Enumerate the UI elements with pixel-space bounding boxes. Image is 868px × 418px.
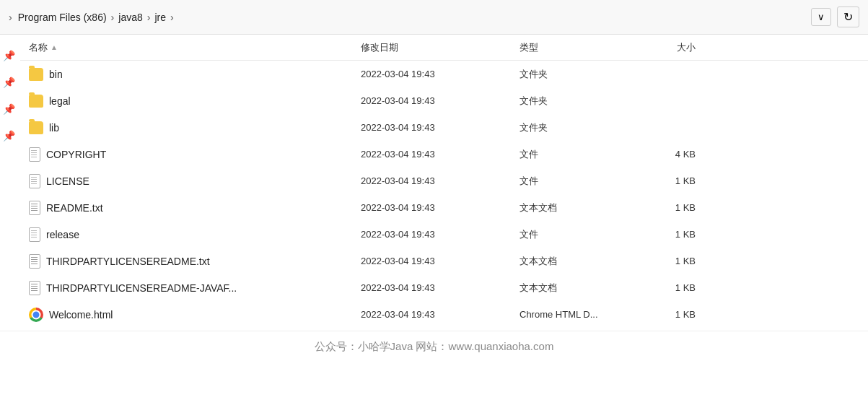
file-size: 4 KB	[635, 149, 707, 160]
pin-icon-3[interactable]: 📌	[0, 95, 17, 122]
pin-icon-4[interactable]: 📌	[0, 122, 17, 149]
table-row[interactable]: LICENSE 2022-03-04 19:43 文件 1 KB	[20, 167, 868, 194]
textfile-icon	[29, 254, 40, 269]
file-name-label: LICENSE	[46, 175, 89, 187]
breadcrumb-bar: › Program Files (x86) › java8 › jre › ∨ …	[0, 0, 868, 35]
file-date: 2022-03-04 19:43	[361, 149, 520, 160]
file-date: 2022-03-04 19:43	[361, 202, 520, 213]
table-row[interactable]: release 2022-03-04 19:43 文件 1 KB	[20, 221, 868, 248]
textfile-icon	[29, 201, 40, 215]
table-row[interactable]: lib 2022-03-04 19:43 文件夹	[20, 114, 868, 141]
file-name-label: COPYRIGHT	[46, 149, 106, 160]
pin-column: 📌 📌 📌 📌	[0, 35, 20, 328]
file-date: 2022-03-04 19:43	[361, 69, 520, 79]
file-name-label: Welcome.html	[49, 309, 113, 321]
folder-icon	[29, 95, 43, 108]
table-row[interactable]: legal 2022-03-04 19:43 文件夹	[20, 87, 868, 114]
file-list-area: 名称 ▲ 修改日期 类型 大小 bin 2022-03-04 19:43 文件夹…	[20, 35, 868, 328]
table-row[interactable]: THIRDPARTYLICENSEREADME-JAVAF... 2022-03…	[20, 274, 868, 301]
file-name: THIRDPARTYLICENSEREADME.txt	[29, 254, 361, 269]
breadcrumb-dropdown-button[interactable]: ∨	[811, 8, 831, 26]
textfile-icon	[29, 281, 40, 295]
table-row[interactable]: THIRDPARTYLICENSEREADME.txt 2022-03-04 1…	[20, 248, 868, 274]
file-name: COPYRIGHT	[29, 147, 361, 162]
file-date: 2022-03-04 19:43	[361, 256, 520, 266]
file-name-label: lib	[49, 122, 59, 134]
file-size: 1 KB	[635, 256, 707, 266]
file-type: 文件夹	[520, 121, 635, 134]
breadcrumb-item-program-files[interactable]: Program Files (x86)	[18, 12, 107, 23]
file-name-label: README.txt	[46, 202, 103, 214]
file-date: 2022-03-04 19:43	[361, 175, 520, 186]
chrome-icon	[29, 308, 43, 322]
file-date: 2022-03-04 19:43	[361, 95, 520, 106]
file-size: 1 KB	[635, 229, 707, 240]
breadcrumb-path: › Program Files (x86) › java8 › jre ›	[9, 12, 811, 23]
file-type: 文本文档	[520, 282, 635, 295]
file-type: Chrome HTML D...	[520, 309, 635, 320]
table-row[interactable]: bin 2022-03-04 19:43 文件夹	[20, 61, 868, 87]
file-name: legal	[29, 95, 361, 108]
file-name-label: THIRDPARTYLICENSEREADME.txt	[46, 256, 210, 267]
file-list: bin 2022-03-04 19:43 文件夹 legal 2022-03-0…	[20, 61, 868, 328]
file-name: release	[29, 227, 361, 242]
file-size: 1 KB	[635, 309, 707, 320]
file-date: 2022-03-04 19:43	[361, 309, 520, 320]
file-name: Welcome.html	[29, 308, 361, 322]
file-date: 2022-03-04 19:43	[361, 229, 520, 240]
table-row[interactable]: README.txt 2022-03-04 19:43 文本文档 1 KB	[20, 194, 868, 221]
file-name-label: release	[46, 229, 79, 240]
file-name-label: bin	[49, 69, 63, 80]
file-name: LICENSE	[29, 174, 361, 188]
file-type: 文本文档	[520, 201, 635, 214]
file-type: 文本文档	[520, 255, 635, 268]
file-name-label: THIRDPARTYLICENSEREADME-JAVAF...	[46, 282, 237, 294]
file-name-label: legal	[49, 95, 71, 107]
file-name: bin	[29, 68, 361, 81]
file-name: lib	[29, 121, 361, 134]
breadcrumb-item-java8[interactable]: java8	[118, 12, 142, 23]
file-size: 1 KB	[635, 202, 707, 213]
folder-icon	[29, 121, 43, 134]
col-header-type[interactable]: 类型	[520, 41, 635, 54]
pin-icon-2[interactable]: 📌	[0, 69, 17, 95]
file-date: 2022-03-04 19:43	[361, 282, 520, 293]
sort-arrow: ▲	[51, 43, 58, 51]
file-type: 文件夹	[520, 68, 635, 81]
table-row[interactable]: COPYRIGHT 2022-03-04 19:43 文件 4 KB	[20, 141, 868, 167]
file-date: 2022-03-04 19:43	[361, 122, 520, 133]
breadcrumb-item-jre[interactable]: jre	[154, 12, 166, 23]
file-icon	[29, 174, 40, 188]
refresh-button[interactable]: ↻	[837, 6, 859, 27]
file-size: 1 KB	[635, 282, 707, 293]
file-type: 文件	[520, 148, 635, 161]
main-area: 📌 📌 📌 📌 名称 ▲ 修改日期 类型 大小 bin 2022-03-04 1…	[0, 35, 868, 328]
file-size: 1 KB	[635, 175, 707, 186]
column-headers: 名称 ▲ 修改日期 类型 大小	[20, 35, 868, 61]
file-type: 文件	[520, 175, 635, 188]
folder-icon	[29, 68, 43, 81]
file-icon	[29, 147, 40, 162]
col-header-name[interactable]: 名称 ▲	[29, 41, 361, 54]
footer-watermark: 公众号：小哈学Java 网站：www.quanxiaoha.com	[0, 331, 868, 360]
file-name: README.txt	[29, 201, 361, 215]
file-type: 文件	[520, 228, 635, 241]
col-header-size[interactable]: 大小	[635, 41, 707, 54]
breadcrumb-arrow: ›	[9, 12, 12, 23]
col-header-date[interactable]: 修改日期	[361, 41, 520, 54]
file-type: 文件夹	[520, 95, 635, 108]
table-row[interactable]: Welcome.html 2022-03-04 19:43 Chrome HTM…	[20, 301, 868, 328]
file-name: THIRDPARTYLICENSEREADME-JAVAF...	[29, 281, 361, 295]
breadcrumb-controls: ∨ ↻	[811, 6, 859, 27]
file-icon	[29, 227, 40, 242]
pin-icon-1[interactable]: 📌	[0, 42, 17, 69]
